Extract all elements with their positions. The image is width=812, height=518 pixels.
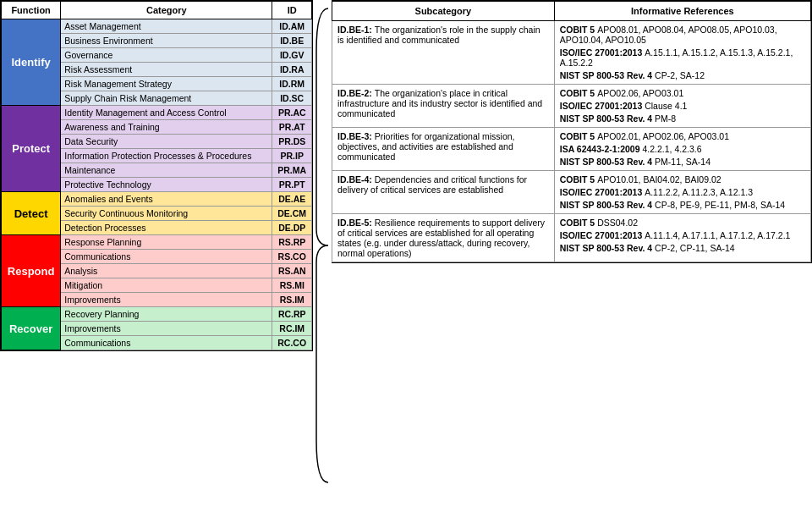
- subcategory-cell: ID.BE-3: Priorities for organizational m…: [332, 128, 555, 171]
- ref-label: COBIT 5: [560, 218, 597, 228]
- id-cell: ID.RA: [272, 63, 312, 77]
- subcategory-cell: ID.BE-2: The organization's place in cri…: [332, 85, 555, 128]
- id-cell: RC.RP: [272, 307, 312, 322]
- subcategory-cell: ID.BE-5: Resilience requirements to supp…: [332, 214, 555, 262]
- category-cell: Analysis: [61, 264, 272, 278]
- ref-label: ISO/IEC 27001:2013: [560, 47, 645, 58]
- ref-label: ISO/IEC 27001:2013: [560, 101, 645, 111]
- ref-entry: ISO/IEC 27001:2013 A.11.1.4, A.17.1.1, A…: [560, 230, 805, 240]
- ref-label: NIST SP 800-53 Rev. 4: [560, 113, 655, 124]
- ref-entry: COBIT 5 APO02.06, APO03.01: [560, 88, 805, 98]
- subcategory-id: ID.BE-5:: [337, 218, 375, 228]
- ref-label: COBIT 5: [560, 174, 597, 185]
- right-panel: Subcategory Informative References ID.BE…: [332, 0, 812, 263]
- id-cell: ID.RM: [272, 77, 312, 91]
- id-cell: ID.BE: [272, 34, 312, 48]
- category-cell: Protective Technology: [61, 178, 272, 192]
- informative-header: Informative References: [554, 2, 810, 21]
- category-cell: Identity Management and Access Control: [61, 106, 272, 120]
- ref-label: ISO/IEC 27001:2013: [560, 230, 645, 240]
- ref-label: NIST SP 800-53 Rev. 4: [560, 200, 655, 210]
- ref-label: NIST SP 800-53 Rev. 4: [560, 157, 655, 167]
- subcategory-id: ID.BE-1:: [337, 25, 375, 35]
- id-cell: ID.GV: [272, 48, 312, 63]
- ref-entry: NIST SP 800-53 Rev. 4 PM-8: [560, 113, 805, 124]
- id-cell: RS.AN: [272, 264, 312, 278]
- left-panel: Function Category ID IdentifyAsset Manag…: [0, 0, 313, 351]
- category-cell: Information Protection Processes & Proce…: [61, 149, 272, 163]
- ref-entry: ISO/IEC 27001:2013 A.15.1.1, A.15.1.2, A…: [560, 47, 805, 68]
- ref-label: COBIT 5: [560, 88, 597, 98]
- function-cell-recover: Recover: [2, 307, 61, 350]
- id-cell: RC.CO: [272, 336, 312, 350]
- category-cell: Supply Chain Risk Management: [61, 91, 272, 106]
- ref-entry: COBIT 5 DSS04.02: [560, 218, 805, 228]
- subcategory-row: ID.BE-2: The organization's place in cri…: [332, 85, 811, 128]
- ref-entry: COBIT 5 APO10.01, BAI04.02, BAI09.02: [560, 174, 805, 185]
- id-cell: PR.IP: [272, 149, 312, 163]
- function-table: Function Category ID IdentifyAsset Manag…: [1, 1, 312, 350]
- category-cell: Improvements: [61, 293, 272, 307]
- informative-cell: COBIT 5 APO08.01, APO08.04, APO08.05, AP…: [554, 21, 810, 85]
- ref-label: ISA 62443-2-1:2009: [560, 144, 643, 154]
- category-header: Category: [61, 2, 272, 19]
- ref-entry: NIST SP 800-53 Rev. 4 PM-11, SA-14: [560, 157, 805, 167]
- ref-entry: NIST SP 800-53 Rev. 4 CP-2, CP-11, SA-14: [560, 243, 805, 253]
- subcategory-row: ID.BE-5: Resilience requirements to supp…: [332, 214, 811, 262]
- function-cell-protect: Protect: [2, 106, 61, 192]
- subcategory-id: ID.BE-2:: [337, 88, 375, 98]
- category-cell: Governance: [61, 48, 272, 63]
- id-cell: RS.CO: [272, 250, 312, 264]
- subcategory-id: ID.BE-4:: [337, 174, 375, 185]
- category-cell: Security Continuous Monitoring: [61, 207, 272, 221]
- ref-label: NIST SP 800-53 Rev. 4: [560, 243, 655, 253]
- ref-entry: ISO/IEC 27001:2013 Clause 4.1: [560, 101, 805, 111]
- ref-entry: NIST SP 800-53 Rev. 4 CP-8, PE-9, PE-11,…: [560, 200, 805, 210]
- function-cell-detect: Detect: [2, 192, 61, 235]
- subcategory-row: ID.BE-1: The organization's role in the …: [332, 21, 811, 85]
- category-cell: Business Environment: [61, 34, 272, 48]
- subcategory-row: ID.BE-3: Priorities for organizational m…: [332, 128, 811, 171]
- ref-label: COBIT 5: [560, 131, 597, 141]
- id-cell: PR.DS: [272, 135, 312, 149]
- ref-entry: ISA 62443-2-1:2009 4.2.2.1, 4.2.3.6: [560, 144, 805, 154]
- category-cell: Recovery Planning: [61, 307, 272, 322]
- ref-entry: NIST SP 800-53 Rev. 4 CP-2, SA-12: [560, 70, 805, 80]
- informative-cell: COBIT 5 APO10.01, BAI04.02, BAI09.02ISO/…: [554, 171, 810, 214]
- category-cell: Risk Management Strategy: [61, 77, 272, 91]
- category-cell: Anomalies and Events: [61, 192, 272, 207]
- id-cell: RS.IM: [272, 293, 312, 307]
- category-cell: Communications: [61, 250, 272, 264]
- category-cell: Data Security: [61, 135, 272, 149]
- subcategory-cell: ID.BE-4: Dependencies and critical funct…: [332, 171, 555, 214]
- function-cell-identify: Identify: [2, 19, 61, 106]
- subcategory-header: Subcategory: [332, 2, 555, 21]
- ref-entry: COBIT 5 APO08.01, APO08.04, APO08.05, AP…: [560, 25, 805, 45]
- id-cell: DE.DP: [272, 221, 312, 235]
- id-cell: DE.CM: [272, 207, 312, 221]
- subcategory-id: ID.BE-3:: [337, 131, 375, 141]
- ref-entry: COBIT 5 APO02.01, APO02.06, APO03.01: [560, 131, 805, 141]
- category-cell: Mitigation: [61, 278, 272, 293]
- informative-cell: COBIT 5 APO02.06, APO03.01ISO/IEC 27001:…: [554, 85, 810, 128]
- category-cell: Response Planning: [61, 235, 272, 250]
- id-cell: PR.PT: [272, 178, 312, 192]
- category-cell: Maintenance: [61, 163, 272, 178]
- id-cell: PR.AT: [272, 120, 312, 135]
- subcategory-cell: ID.BE-1: The organization's role in the …: [332, 21, 555, 85]
- id-cell: RS.MI: [272, 278, 312, 293]
- id-cell: ID.SC: [272, 91, 312, 106]
- function-header: Function: [2, 2, 61, 19]
- ref-label: COBIT 5: [560, 25, 597, 35]
- id-header: ID: [272, 2, 312, 19]
- informative-cell: COBIT 5 DSS04.02ISO/IEC 27001:2013 A.11.…: [554, 214, 810, 262]
- informative-cell: COBIT 5 APO02.01, APO02.06, APO03.01ISA …: [554, 128, 810, 171]
- id-cell: PR.AC: [272, 106, 312, 120]
- category-cell: Awareness and Training: [61, 120, 272, 135]
- ref-label: NIST SP 800-53 Rev. 4: [560, 70, 655, 80]
- function-cell-respond: Respond: [2, 235, 61, 307]
- id-cell: ID.AM: [272, 19, 312, 34]
- category-cell: Detection Processes: [61, 221, 272, 235]
- category-cell: Asset Management: [61, 19, 272, 34]
- id-cell: RS.RP: [272, 235, 312, 250]
